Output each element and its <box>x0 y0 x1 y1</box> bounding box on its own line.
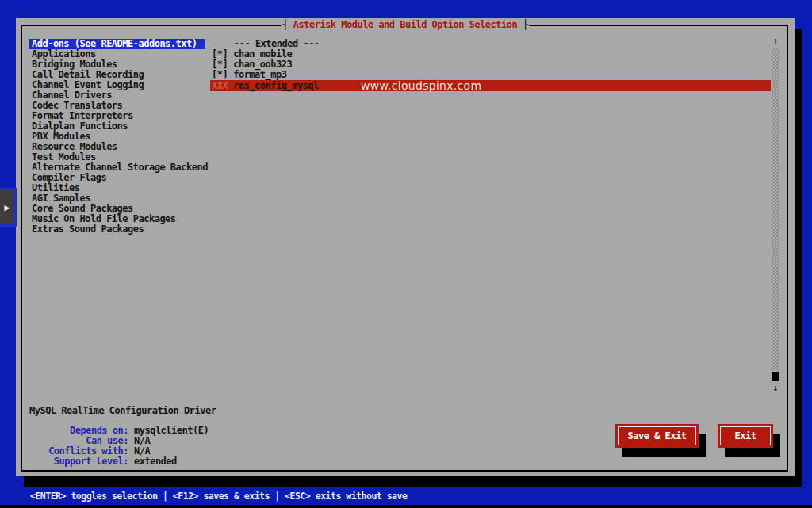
screen-bottom-edge <box>0 505 812 508</box>
module-name: chan_ooh323 <box>233 59 292 70</box>
module-name: chan_mobile <box>233 48 292 59</box>
window-title-text: Asterisk Module and Build Option Selecti… <box>293 19 517 30</box>
scrollbar-track[interactable] <box>772 48 779 370</box>
scrollbar-up-icon[interactable]: ↑ <box>770 36 781 47</box>
detail-field-label: Support Level: <box>29 456 128 467</box>
save-exit-button-label: Save & Exit <box>618 426 696 445</box>
side-panel-toggle-tab[interactable]: ▶ <box>0 188 17 227</box>
window-title: ┤ Asterisk Module and Build Option Selec… <box>281 20 529 30</box>
unavailable-marker-icon: XXX <box>212 80 228 91</box>
module-item-selected[interactable]: XXXres_config_mysql www.cloudspinx.com <box>210 80 771 91</box>
detail-field-value: N/A <box>134 445 150 456</box>
module-name: format_mp3 <box>233 69 286 80</box>
right-arrow-icon: ▶ <box>5 204 10 212</box>
detail-field-value: extended <box>134 456 177 467</box>
module-item[interactable]: [*]format_mp3 <box>212 70 292 80</box>
category-list: Add-ons (See README-addons.txt) Applicat… <box>29 39 205 235</box>
title-right-junction: ├ <box>523 19 528 30</box>
checkbox-checked-icon[interactable]: [*] <box>212 59 228 70</box>
detail-field-value: mysqlclient(E) <box>134 425 209 436</box>
module-list: [*]chan_mobile [*]chan_ooh323 [*]format_… <box>212 49 292 80</box>
module-detail-fields: Depends on:mysqlclient(E) Can use:N/A Co… <box>29 426 209 467</box>
scrollbar-thumb[interactable] <box>772 372 779 381</box>
detail-field-row: Support Level:extended <box>29 456 209 467</box>
exit-button-label: Exit <box>720 426 771 445</box>
scrollbar-down-icon[interactable]: ↓ <box>770 383 781 394</box>
status-bar-help-text: <ENTER> toggles selection | <F12> saves … <box>30 490 407 502</box>
checkbox-checked-icon[interactable]: [*] <box>212 48 228 59</box>
checkbox-checked-icon[interactable]: [*] <box>212 69 228 80</box>
terminal-screen: ┤ Asterisk Module and Build Option Selec… <box>0 0 812 508</box>
title-left-junction: ┤ <box>282 19 288 30</box>
module-name: res_config_mysql <box>233 80 319 91</box>
menuselect-window: ┤ Asterisk Module and Build Option Selec… <box>16 18 795 476</box>
detail-field-value: N/A <box>134 435 150 446</box>
watermark-text: www.cloudspinx.com <box>361 80 481 91</box>
scrollbar[interactable]: ↑ ↓ <box>770 36 781 394</box>
module-description: MySQL RealTime Configuration Driver <box>29 405 216 416</box>
category-item[interactable]: Extras Sound Packages <box>29 224 205 235</box>
save-exit-button[interactable]: Save & Exit <box>615 424 699 448</box>
exit-button[interactable]: Exit <box>718 424 773 448</box>
